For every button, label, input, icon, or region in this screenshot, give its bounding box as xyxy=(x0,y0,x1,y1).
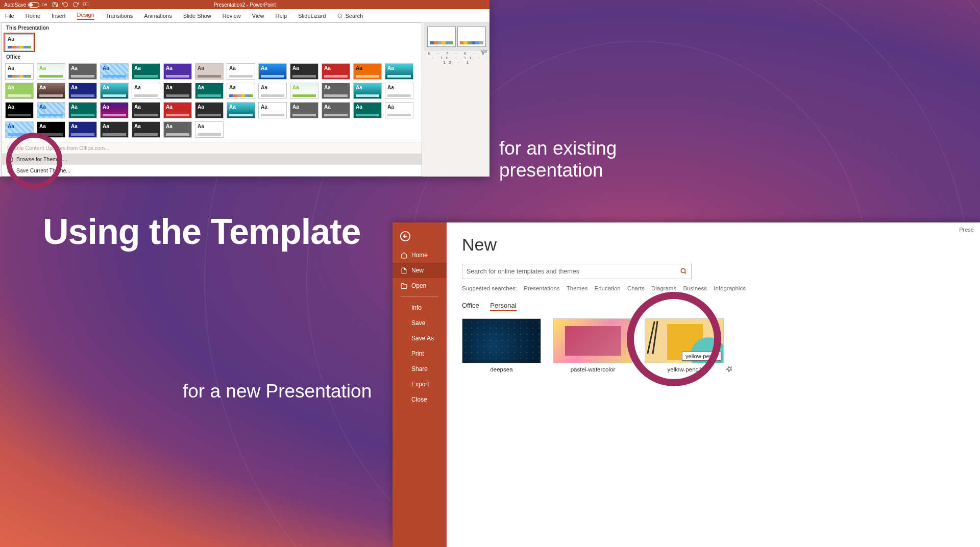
theme-thumb[interactable]: Aa xyxy=(353,102,382,118)
suggested-link[interactable]: Infographics xyxy=(714,285,746,291)
theme-thumb[interactable]: Aa xyxy=(385,83,413,99)
browse-for-themes[interactable]: Browse for Themes... xyxy=(2,154,422,165)
nav-save[interactable]: Save xyxy=(393,315,447,331)
nav-print[interactable]: Print xyxy=(393,346,447,361)
undo-icon[interactable] xyxy=(62,2,68,8)
theme-thumb[interactable]: Aa xyxy=(258,102,287,118)
pin-icon[interactable] xyxy=(726,365,733,372)
nav-info[interactable]: Info xyxy=(393,300,447,315)
theme-thumb[interactable]: Aa xyxy=(195,83,224,99)
suggested-link[interactable]: Diagrams xyxy=(651,285,676,291)
suggested-link[interactable]: Business xyxy=(683,285,707,291)
theme-thumb[interactable]: Aa xyxy=(195,102,224,118)
theme-thumb[interactable]: Aa xyxy=(132,121,160,138)
theme-thumb[interactable]: Aa xyxy=(100,83,129,99)
section-this-presentation: This Presentation xyxy=(2,23,422,33)
theme-thumb[interactable]: Aa xyxy=(258,83,287,99)
theme-thumb[interactable]: Aa xyxy=(68,63,97,80)
app-name-corner: Prese xyxy=(959,227,974,233)
theme-thumb[interactable]: Aa xyxy=(37,83,65,99)
theme-thumb[interactable]: Aa xyxy=(258,63,287,80)
theme-thumb[interactable]: Aa xyxy=(5,83,34,99)
tab-animations[interactable]: Animations xyxy=(144,13,172,19)
nav-export[interactable]: Export xyxy=(393,377,447,392)
template-search[interactable]: Search for online templates and themes xyxy=(462,264,692,279)
theme-thumb[interactable]: Aa xyxy=(353,83,382,99)
nav-saveas[interactable]: Save As xyxy=(393,331,447,346)
theme-thumb[interactable]: Aa xyxy=(385,102,413,118)
tab-help[interactable]: Help xyxy=(275,13,287,19)
theme-thumb[interactable]: Aa xyxy=(322,63,350,80)
template-yellow-pencil[interactable]: yellow-pencil yellow-pencil xyxy=(645,318,724,372)
theme-thumb[interactable]: Aa xyxy=(290,83,318,99)
tab-personal[interactable]: Personal xyxy=(490,302,516,311)
redo-icon[interactable] xyxy=(72,2,79,8)
nav-home[interactable]: Home xyxy=(393,247,447,263)
theme-thumb[interactable]: Aa xyxy=(5,121,34,138)
nav-open[interactable]: Open xyxy=(393,278,447,293)
theme-thumb[interactable]: Aa xyxy=(100,121,129,138)
theme-thumb-current[interactable]: Aa xyxy=(5,34,34,51)
search-icon[interactable] xyxy=(680,267,687,276)
theme-thumb[interactable]: Aa xyxy=(132,83,160,99)
theme-thumb[interactable]: Aa xyxy=(100,102,129,118)
tab-office[interactable]: Office xyxy=(462,302,479,309)
autosave-toggle[interactable]: AutoSave Off xyxy=(4,2,47,8)
theme-thumb[interactable]: Aa xyxy=(132,102,160,118)
suggested-link[interactable]: Themes xyxy=(567,285,588,291)
theme-thumb[interactable]: Aa xyxy=(37,121,65,138)
start-from-beginning-icon[interactable] xyxy=(83,2,89,8)
theme-thumb[interactable]: Aa xyxy=(68,121,97,138)
theme-thumb[interactable]: Aa xyxy=(5,102,34,118)
theme-thumb[interactable]: Aa xyxy=(385,63,413,80)
theme-thumb[interactable]: Aa xyxy=(195,63,224,80)
suggested-link[interactable]: Presentations xyxy=(524,285,559,291)
theme-thumb[interactable]: Aa xyxy=(68,102,97,118)
theme-thumb[interactable]: Aa xyxy=(322,83,350,99)
theme-thumb[interactable]: Aa xyxy=(353,63,382,80)
tab-insert[interactable]: Insert xyxy=(52,13,66,19)
theme-thumb[interactable]: Aa xyxy=(322,102,350,118)
tab-review[interactable]: Review xyxy=(223,13,241,19)
theme-thumb[interactable]: Aa xyxy=(290,63,318,80)
tab-view[interactable]: View xyxy=(252,13,264,19)
theme-thumb[interactable]: Aa xyxy=(227,63,255,80)
suggested-link[interactable]: Education xyxy=(595,285,621,291)
svg-line-2 xyxy=(341,17,342,18)
theme-thumb[interactable]: Aa xyxy=(5,63,34,80)
theme-thumb[interactable]: Aa xyxy=(68,83,97,99)
save-icon[interactable] xyxy=(52,2,58,8)
nav-share[interactable]: Share xyxy=(393,361,447,377)
tab-home[interactable]: Home xyxy=(26,13,40,19)
theme-thumb[interactable]: Aa xyxy=(227,83,255,99)
theme-thumb[interactable]: Aa xyxy=(290,102,318,118)
tab-slidelizard[interactable]: SlideLizard xyxy=(298,13,326,19)
variant-thumb[interactable] xyxy=(427,27,456,47)
template-pastel-watercolor[interactable]: pastel-watercolor xyxy=(553,318,632,372)
tab-slideshow[interactable]: Slide Show xyxy=(183,13,211,19)
tab-transitions[interactable]: Transitions xyxy=(106,13,133,19)
nav-print-label: Print xyxy=(411,350,424,357)
tooltip: yellow-pencil xyxy=(682,352,721,361)
theme-thumb[interactable]: Aa xyxy=(195,121,224,138)
save-current-theme[interactable]: Save Current Theme... xyxy=(2,165,422,176)
tell-me-search[interactable]: Search xyxy=(337,13,363,19)
theme-thumb[interactable]: Aa xyxy=(163,121,192,138)
suggested-link[interactable]: Charts xyxy=(627,285,645,291)
variant-thumb[interactable] xyxy=(457,27,486,47)
nav-new[interactable]: New xyxy=(393,263,447,278)
tab-design[interactable]: Design xyxy=(77,12,94,20)
nav-saveas-label: Save As xyxy=(411,335,434,342)
theme-thumb[interactable]: Aa xyxy=(163,63,192,80)
theme-thumb[interactable]: Aa xyxy=(37,63,65,80)
theme-thumb[interactable]: Aa xyxy=(100,63,129,80)
theme-thumb[interactable]: Aa xyxy=(163,102,192,118)
theme-thumb[interactable]: Aa xyxy=(163,83,192,99)
nav-close[interactable]: Close xyxy=(393,392,447,407)
tab-file[interactable]: File xyxy=(5,13,14,19)
template-deepsea[interactable]: deepsea xyxy=(462,318,541,372)
theme-thumb[interactable]: Aa xyxy=(37,102,65,118)
back-button[interactable] xyxy=(393,227,447,247)
theme-thumb[interactable]: Aa xyxy=(132,63,160,80)
theme-thumb[interactable]: Aa xyxy=(227,102,255,118)
